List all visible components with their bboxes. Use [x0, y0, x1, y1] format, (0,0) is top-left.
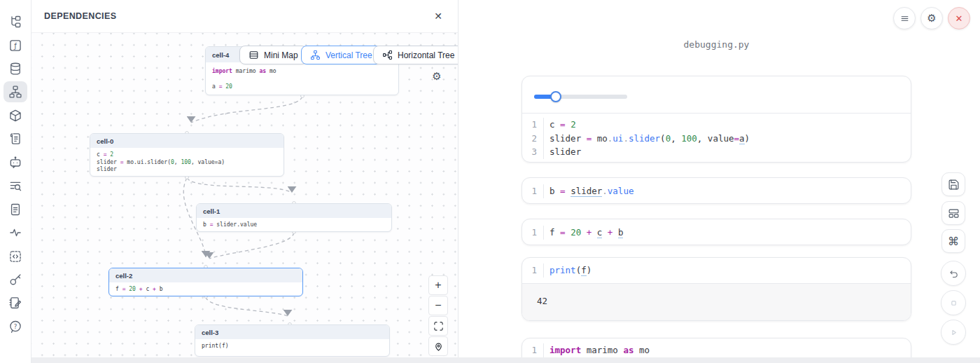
- save-icon: [948, 179, 960, 191]
- close-panel-icon[interactable]: ✕: [431, 9, 445, 23]
- find-replace-icon[interactable]: [4, 175, 27, 196]
- horizontal-tree-icon: [382, 50, 393, 60]
- play-icon: [948, 327, 960, 338]
- save-button[interactable]: [941, 172, 965, 196]
- graph-zoom-controls: + −: [428, 275, 448, 356]
- command-palette-button[interactable]: ⌘: [941, 229, 965, 253]
- code-cell-print[interactable]: 1 print(f) 42: [522, 257, 911, 321]
- locate-node-button[interactable]: [428, 336, 448, 356]
- tracing-icon[interactable]: [4, 222, 27, 243]
- undo-button[interactable]: [941, 261, 966, 286]
- gear-icon: ⚙: [927, 12, 936, 25]
- cell-code[interactable]: c = 2slider = mo.ui.slider(0, 100, value…: [544, 118, 750, 159]
- slider-output-area: [522, 76, 911, 114]
- file-explorer-icon[interactable]: [4, 11, 27, 32]
- vertical-tree-label: Vertical Tree: [326, 50, 372, 60]
- scratchpad-icon[interactable]: [4, 292, 27, 313]
- functions-icon[interactable]: ƒ: [4, 35, 27, 56]
- snippets-icon[interactable]: [4, 246, 27, 267]
- svg-text:?: ?: [14, 323, 18, 330]
- command-icon: ⌘: [948, 235, 959, 248]
- notebook-settings-button[interactable]: ⚙: [920, 7, 943, 29]
- map-pin-icon: [433, 341, 444, 352]
- graph-node-title: cell-1: [197, 204, 391, 218]
- layout-icon: [948, 207, 960, 219]
- packages-icon[interactable]: [4, 105, 27, 126]
- vertical-tree-button[interactable]: Vertical Tree: [301, 46, 382, 64]
- graph-node-code: import marimo as mo a = 20: [206, 62, 398, 94]
- ai-chat-icon[interactable]: [4, 152, 27, 173]
- fit-view-button[interactable]: [428, 316, 448, 336]
- line-numbers: 1: [522, 184, 544, 198]
- cell-console-output: 42: [522, 283, 911, 321]
- edge-cell2-cell3: [206, 297, 288, 316]
- notebook-area: ⚙ ✕ debugging.py 123 c = 2slider = mo.ui…: [458, 0, 980, 363]
- horizontal-tree-button[interactable]: Horizontal Tree: [373, 46, 458, 64]
- graph-node-cell-3[interactable]: cell-3 print(f): [195, 324, 390, 357]
- close-icon: ✕: [955, 13, 963, 24]
- stop-icon: [948, 297, 960, 309]
- dependencies-panel: DEPENDENCIES ✕: [31, 0, 458, 363]
- cell-code[interactable]: print(f): [544, 263, 592, 278]
- interrupt-button[interactable]: [941, 290, 966, 315]
- shutdown-button[interactable]: ✕: [948, 7, 970, 29]
- notebook-menu-button[interactable]: [893, 7, 916, 29]
- secrets-icon[interactable]: [4, 269, 27, 290]
- undo-icon: [948, 268, 960, 280]
- run-button[interactable]: [941, 320, 966, 345]
- graph-node-title: cell-0: [90, 134, 284, 148]
- graph-node-title: cell-2: [109, 268, 302, 282]
- marimo-app: ƒ: [0, 0, 980, 363]
- zoom-out-button[interactable]: −: [428, 296, 448, 315]
- code-cell-f[interactable]: 1 f = 20 + c + b: [522, 219, 911, 245]
- dependencies-header: DEPENDENCIES ✕: [31, 0, 458, 33]
- icon-sidebar: ƒ: [0, 0, 31, 363]
- edge-cell0-cell1: [187, 178, 292, 193]
- code-cell-slider[interactable]: 123 c = 2slider = mo.ui.slider(0, 100, v…: [522, 76, 911, 163]
- code-cell-b[interactable]: 1 b = slider.value: [522, 177, 911, 204]
- slider-thumb[interactable]: [550, 91, 561, 102]
- edge-cell4-cell0: [191, 97, 302, 123]
- dependencies-title: DEPENDENCIES: [44, 11, 116, 21]
- horizontal-tree-label: Horizontal Tree: [398, 50, 454, 60]
- slider-widget[interactable]: [534, 95, 627, 99]
- graph-settings-gear-icon[interactable]: ⚙: [430, 70, 443, 83]
- graph-node-code: c = 2slider = mo.ui.slider(0, 100, value…: [90, 148, 284, 177]
- logs-icon[interactable]: [4, 128, 27, 149]
- menu-icon: [899, 13, 910, 24]
- line-numbers: 1: [522, 263, 544, 278]
- mini-map-icon: [248, 50, 259, 60]
- graph-node-cell-0[interactable]: cell-0 c = 2slider = mo.ui.slider(0, 100…: [90, 133, 284, 177]
- help-icon[interactable]: ?: [4, 316, 27, 337]
- graph-node-cell-2[interactable]: cell-2 f = 20 + c + b: [108, 268, 303, 296]
- dependency-graph-canvas[interactable]: cell-4 import marimo as mo a = 20 cell-0…: [31, 33, 458, 363]
- mini-map-label: Mini Map: [264, 50, 298, 60]
- bottom-scrollbar-track[interactable]: [31, 357, 980, 363]
- mini-map-button[interactable]: Mini Map: [239, 46, 307, 64]
- cell-code[interactable]: f = 20 + c + b: [544, 226, 623, 240]
- line-numbers: 1: [522, 226, 544, 240]
- notebook-filename[interactable]: debugging.py: [522, 39, 911, 50]
- zoom-in-button[interactable]: +: [428, 275, 448, 295]
- graph-node-title: cell-3: [195, 325, 389, 339]
- svg-text:ƒ: ƒ: [13, 42, 17, 50]
- graph-node-code: f = 20 + c + b: [109, 282, 302, 296]
- graph-node-code: b = slider.value: [197, 218, 391, 232]
- layout-toggle-button[interactable]: [941, 201, 965, 225]
- vertical-tree-icon: [310, 50, 321, 60]
- graph-node-cell-1[interactable]: cell-1 b = slider.value: [196, 203, 392, 232]
- documentation-icon[interactable]: [4, 199, 27, 220]
- graph-node-code: print(f): [195, 339, 389, 354]
- line-numbers: 123: [522, 118, 544, 159]
- cell-code[interactable]: b = slider.value: [544, 184, 634, 198]
- datasources-icon[interactable]: [4, 58, 27, 79]
- edge-cell1-cell2: [209, 233, 294, 259]
- dependencies-icon[interactable]: [4, 81, 27, 102]
- fit-view-icon: [433, 321, 444, 331]
